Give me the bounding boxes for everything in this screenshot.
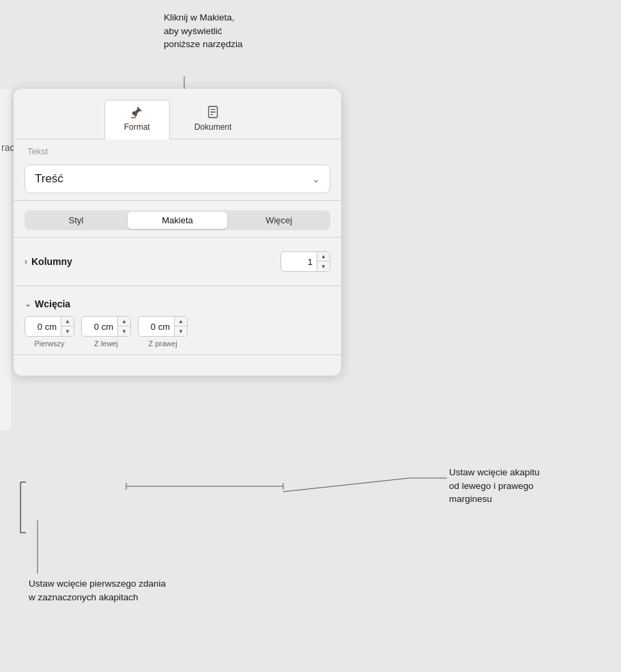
text-section-label: Tekst [14, 139, 341, 160]
z-lewej-increment[interactable]: ▲ [118, 317, 130, 326]
columns-increment[interactable]: ▲ [317, 252, 330, 262]
top-callout-line3: poniższe narzędzia [164, 39, 243, 49]
z-prawej-decrement[interactable]: ▼ [175, 326, 187, 336]
pierwszy-increment[interactable]: ▲ [61, 317, 74, 326]
tab-makieta[interactable]: Makieta [128, 212, 228, 229]
z-lewej-decrement[interactable]: ▼ [118, 326, 130, 336]
columns-label: Kolumny [31, 256, 72, 267]
format-icon [130, 104, 145, 120]
chevron-right-icon: › [25, 257, 27, 266]
document-tab-label: Dokument [194, 122, 232, 132]
top-callout-annotation: Kliknij w Makieta, aby wyświetlić poniżs… [164, 11, 243, 51]
svg-rect-11 [130, 117, 135, 118]
style-selector[interactable]: Treść ⌄ [25, 165, 330, 193]
svg-line-1 [283, 478, 409, 492]
z-prawej-stepper[interactable]: ▲ ▼ [138, 316, 188, 337]
indent-fields: ▲ ▼ Pierwszy ▲ ▼ Z lewej [25, 316, 330, 348]
divider-4 [14, 354, 341, 355]
divider-3 [14, 285, 341, 286]
z-prawej-arrows: ▲ ▼ [174, 317, 187, 336]
z-prawej-increment[interactable]: ▲ [175, 317, 187, 326]
tab-styl[interactable]: Styl [26, 212, 126, 229]
indent-field-z-prawej: ▲ ▼ Z prawej [138, 316, 188, 348]
top-callout-line2: aby wyświetlić [164, 26, 222, 36]
divider-1 [14, 200, 341, 201]
format-panel: Format Dokument Tekst Treść ⌄ Styl Makie… [14, 89, 341, 376]
columns-decrement[interactable]: ▼ [317, 262, 330, 271]
right-callout-line3: marginesu [449, 494, 492, 504]
z-prawej-label: Z prawej [148, 339, 177, 348]
right-callout-line2: od lewego i prawego [449, 481, 534, 491]
divider-2 [14, 237, 341, 238]
document-icon [205, 104, 220, 120]
z-lewej-stepper[interactable]: ▲ ▼ [81, 316, 131, 337]
columns-stepper[interactable]: ▲ ▼ [280, 251, 330, 272]
left-panel-edge [0, 89, 11, 430]
pierwszy-label: Pierwszy [34, 339, 64, 348]
z-lewej-arrows: ▲ ▼ [117, 317, 130, 336]
top-callout-line1: Kliknij w Makieta, [164, 12, 235, 23]
pierwszy-input[interactable] [25, 319, 61, 335]
indents-section: ⌄ Wcięcia ▲ ▼ Pierwszy [14, 293, 341, 348]
indents-label: Wcięcia [35, 298, 70, 309]
chevron-down-icon: ⌄ [312, 173, 320, 184]
bottom-callout-annotation: Ustaw wcięcie pierwszego zdania w zaznac… [29, 577, 166, 604]
right-callout-line1: Ustaw wcięcie akapitu [449, 467, 540, 477]
columns-input[interactable] [281, 254, 317, 270]
columns-arrows: ▲ ▼ [317, 252, 330, 271]
segment-control: Styl Makieta Więcej [25, 210, 330, 230]
document-tab[interactable]: Dokument [175, 100, 251, 139]
format-tab-label: Format [124, 122, 150, 132]
pierwszy-stepper[interactable]: ▲ ▼ [25, 316, 74, 337]
indents-header: ⌄ Wcięcia [25, 293, 330, 316]
chevron-down-icon: ⌄ [25, 300, 31, 309]
style-selector-value: Treść [35, 172, 63, 186]
pierwszy-arrows: ▲ ▼ [61, 317, 74, 336]
z-lewej-label: Z lewej [94, 339, 118, 348]
right-callout-annotation: Ustaw wcięcie akapitu od lewego i praweg… [449, 466, 540, 506]
indent-field-pierwszy: ▲ ▼ Pierwszy [25, 316, 74, 348]
format-tab[interactable]: Format [104, 100, 170, 139]
bottom-callout-line1: Ustaw wcięcie pierwszego zdania [29, 578, 166, 589]
indent-field-z-lewej: ▲ ▼ Z lewej [81, 316, 131, 348]
columns-row: › Kolumny ▲ ▼ [14, 244, 341, 279]
tab-wiecej[interactable]: Więcej [229, 212, 329, 229]
z-prawej-input[interactable] [139, 319, 174, 335]
bottom-callout-line2: w zaznaczonych akapitach [29, 592, 139, 602]
pierwszy-decrement[interactable]: ▼ [61, 326, 74, 336]
z-lewej-input[interactable] [82, 319, 117, 335]
panel-toolbar: Format Dokument [14, 89, 341, 139]
